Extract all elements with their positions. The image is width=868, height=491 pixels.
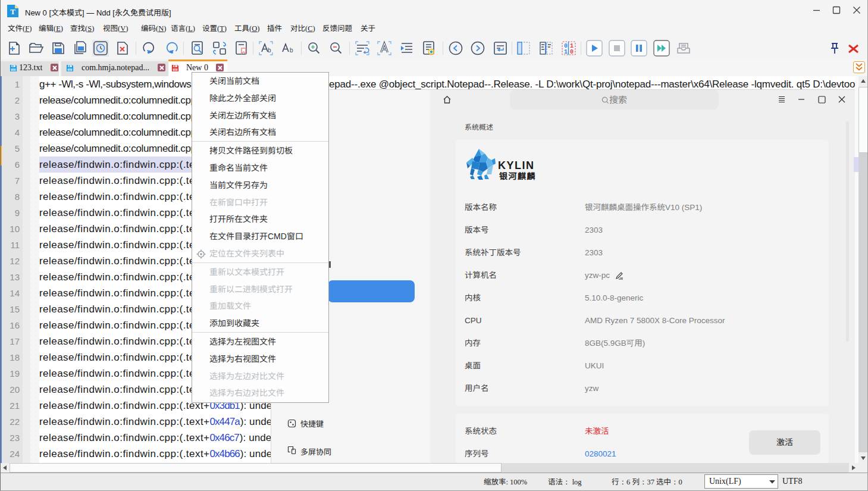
svg-text:b: b: [268, 47, 271, 54]
svg-text:b: b: [290, 47, 293, 54]
svg-text:1: 1: [564, 49, 568, 55]
svg-text:0: 0: [570, 49, 574, 55]
